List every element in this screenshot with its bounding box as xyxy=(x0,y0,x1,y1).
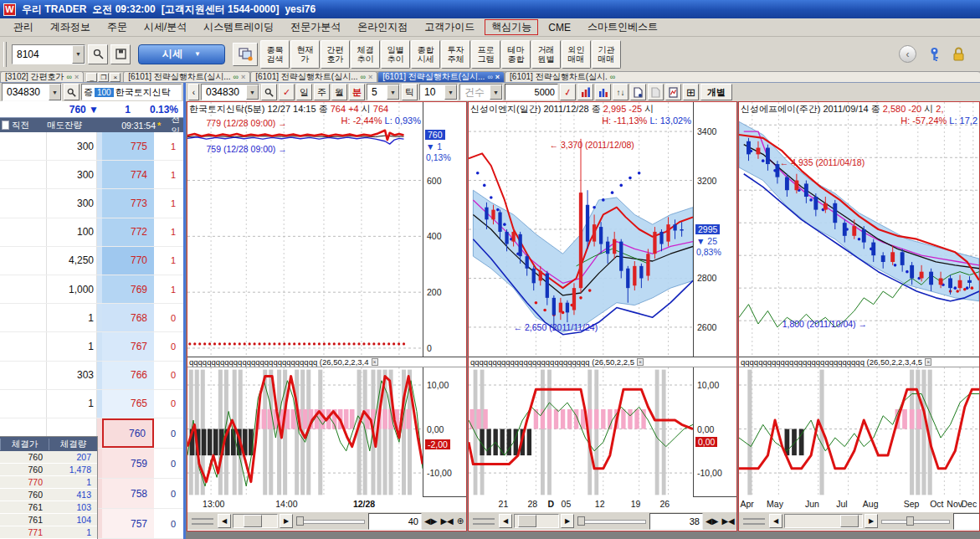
grid-layout-button[interactable]: ⊞ xyxy=(683,84,699,100)
chevron-down-icon[interactable]: ▼ xyxy=(444,85,457,100)
bars-count-input[interactable] xyxy=(953,513,980,530)
zoom-slider[interactable] xyxy=(576,514,648,528)
ask-row[interactable]: 17650 xyxy=(0,390,183,418)
scroll-left-button[interactable]: ◀ xyxy=(499,514,512,528)
save-button[interactable] xyxy=(110,44,131,64)
close-tab-icon[interactable]: × xyxy=(368,73,372,81)
expand-bars-icon[interactable]: ◀▶ xyxy=(705,516,719,526)
zoom-slider-thumb[interactable] xyxy=(577,516,585,526)
menu-item-9[interactable]: 핵심기능 xyxy=(485,19,538,35)
ask-row[interactable]: 4,2507701 xyxy=(0,247,183,275)
price-pane-3[interactable]: 신성에프에이(주간) 2011/09/14 종 2,580 -20 시 2, H… xyxy=(739,102,979,357)
new-window-button[interactable] xyxy=(233,43,258,66)
ask-price[interactable]: 768 xyxy=(102,304,154,331)
quick-button-11[interactable]: 외인매매 xyxy=(562,40,591,69)
resize-grip[interactable] xyxy=(192,518,213,525)
red-bars-chart-button[interactable] xyxy=(577,84,593,100)
scroll-thumb[interactable] xyxy=(518,515,536,527)
settings-star-icon[interactable]: * xyxy=(156,121,162,131)
individual-mode-button[interactable]: 개별 xyxy=(700,84,732,100)
paste-chart-button[interactable] xyxy=(648,84,664,100)
quick-button-12[interactable]: 기관매매 xyxy=(592,40,621,69)
period-button-분[interactable]: 분 xyxy=(349,84,365,100)
ask-price[interactable]: 773 xyxy=(102,189,154,217)
count-input[interactable] xyxy=(505,84,558,100)
tick-button[interactable]: 틱 xyxy=(402,84,418,100)
scroll-thumb[interactable] xyxy=(840,515,859,527)
price-axis-1[interactable]: 6004002000760▼ 10,13% xyxy=(423,102,466,357)
close-tab-icon[interactable]: × xyxy=(74,73,79,81)
bid-price[interactable]: 759 xyxy=(102,449,154,478)
menu-item-11[interactable]: 스마트인베스트 xyxy=(581,19,664,35)
link-icon[interactable]: ∞ xyxy=(487,73,492,81)
quick-button-4[interactable]: 체결추이 xyxy=(351,40,380,69)
period-button-일[interactable]: 일 xyxy=(296,84,312,100)
close-window-button[interactable]: × xyxy=(110,73,121,82)
bars-count-input[interactable] xyxy=(649,513,703,530)
indicator-pane-3[interactable] xyxy=(739,367,979,497)
resize-grip[interactable] xyxy=(473,518,495,525)
bars-count-input[interactable] xyxy=(368,513,422,530)
ask-row[interactable]: 3037660 xyxy=(0,362,183,390)
ask-price[interactable]: 765 xyxy=(102,390,154,418)
menu-item-5[interactable]: 시스템트레이딩 xyxy=(197,19,280,35)
lock-icon[interactable] xyxy=(952,47,965,61)
scroll-left-button[interactable]: ◀ xyxy=(218,514,231,528)
chevron-down-icon[interactable]: ▼ xyxy=(49,84,61,100)
ask-price[interactable]: 775 xyxy=(102,132,154,160)
chevron-down-icon[interactable]: ▼ xyxy=(246,85,259,100)
tab-3[interactable]: [6101] 전략실행차트(실시...∞× xyxy=(250,71,377,82)
chart-search-button[interactable] xyxy=(261,84,277,100)
tab-4[interactable]: [6101] 전략실행차트(실시...∞× xyxy=(377,71,505,82)
indicator-axis-2[interactable]: 10,000,00-10,000,00 xyxy=(693,367,736,496)
zoom-slider-thumb[interactable] xyxy=(906,516,914,526)
scroll-tabs-left-button[interactable]: ‹ xyxy=(188,84,199,100)
period-button-주[interactable]: 주 xyxy=(314,84,330,100)
menu-item-2[interactable]: 계좌정보 xyxy=(44,19,97,35)
orderbook-symbol-combo[interactable]: 034830▼ xyxy=(2,83,62,101)
quick-button-10[interactable]: 거래원별 xyxy=(531,40,561,69)
chevron-down-icon[interactable]: ▼ xyxy=(72,45,85,64)
resize-grip[interactable] xyxy=(743,518,765,525)
menu-item-3[interactable]: 주문 xyxy=(100,19,134,35)
close-indicator-icon[interactable]: × xyxy=(372,358,378,366)
zoom-out-icon[interactable]: ⊖ xyxy=(466,516,467,526)
scroll-track[interactable] xyxy=(233,514,278,528)
ask-row[interactable]: 1,0007691 xyxy=(0,275,183,304)
scroll-track[interactable] xyxy=(514,514,559,528)
period-button-월[interactable]: 월 xyxy=(331,84,347,100)
link-icon[interactable]: ∞ xyxy=(610,73,615,81)
chevron-down-icon[interactable]: ▼ xyxy=(387,85,399,100)
price-axis-2[interactable]: 34003200280026002995▼ 250,83% xyxy=(693,102,736,357)
favorite-mark-button[interactable]: ✓ xyxy=(279,84,295,100)
count-combo[interactable]: 건수▼ xyxy=(459,84,503,100)
menu-item-6[interactable]: 전문가분석 xyxy=(284,19,347,35)
zoom-slider[interactable] xyxy=(880,514,952,528)
tab-5[interactable]: [6101] 전략실행차트(실시.∞ xyxy=(505,71,980,82)
tab-2[interactable]: [6101] 전략실행차트(실시...∞× xyxy=(123,71,250,82)
collapse-toolbar-button[interactable]: ‹ xyxy=(899,45,916,63)
ask-row[interactable]: 3007751 xyxy=(0,132,183,161)
quick-button-2[interactable]: 현재가 xyxy=(290,40,320,69)
quick-button-1[interactable]: 종목검색 xyxy=(260,40,290,69)
ask-price[interactable]: 772 xyxy=(102,218,154,246)
ask-row[interactable]: 1007721 xyxy=(0,218,183,247)
search-button[interactable] xyxy=(88,44,108,64)
quick-button-6[interactable]: 종합시세 xyxy=(411,40,440,69)
close-tab-icon[interactable]: × xyxy=(241,73,245,81)
ask-price[interactable]: 766 xyxy=(102,362,154,389)
blue-bars-chart-button[interactable] xyxy=(595,84,611,100)
screen-number-combo[interactable]: 8104▼ xyxy=(12,44,85,64)
orderbook-search-button[interactable] xyxy=(64,84,80,100)
scroll-track[interactable] xyxy=(784,514,863,528)
mode-select-button[interactable]: 시세▼ xyxy=(138,44,225,64)
key-icon[interactable] xyxy=(928,47,941,62)
restore-button[interactable]: ❒ xyxy=(98,73,109,82)
menu-item-8[interactable]: 고객가이드 xyxy=(418,19,481,35)
scroll-left-button[interactable]: ◀ xyxy=(769,514,782,528)
ask-row[interactable]: 3007731 xyxy=(0,189,183,218)
ask-row[interactable]: 17680 xyxy=(0,304,183,332)
link-icon[interactable]: ∞ xyxy=(67,73,72,81)
price-pane-2[interactable]: 신성이엔지(일간) 2011/12/28 종 2,995 -25 시 H: -1… xyxy=(469,102,736,357)
menu-item-10[interactable]: CME xyxy=(541,21,577,34)
